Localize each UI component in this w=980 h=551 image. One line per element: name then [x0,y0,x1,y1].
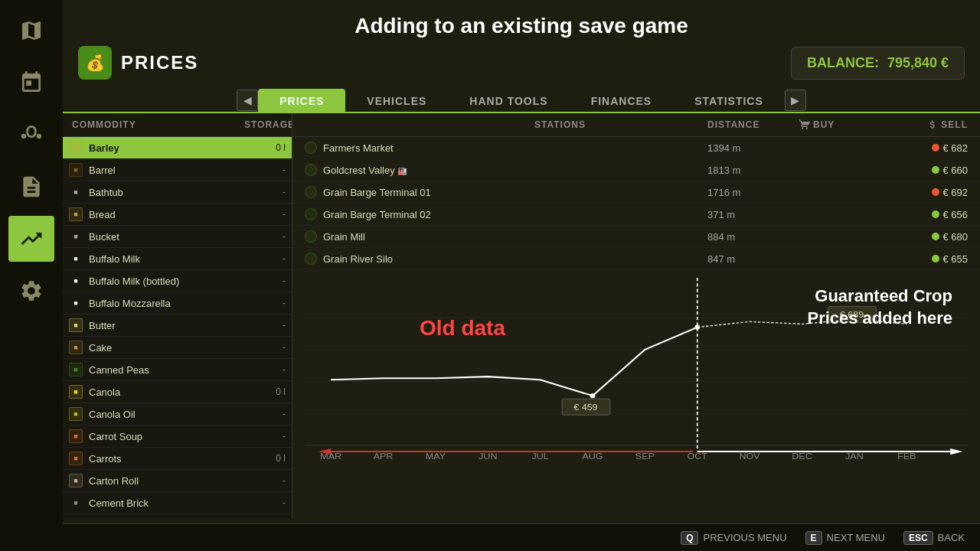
commodity-icon: ■ [69,385,83,399]
commodity-icon: ■ [69,474,83,487]
prev-menu-label: PREVIOUS MENU [703,532,786,543]
sidebar-item-prices[interactable] [8,216,54,262]
commodity-row[interactable]: ■ Barrel - [63,159,292,181]
back-key: ESC BACK [903,531,965,545]
commodity-row[interactable]: ■ Bread - [63,204,292,226]
chart-area: MAR APR MAY JUN JUL AUG SEP OCT NOV DEC … [292,270,980,519]
prev-menu-key: Q PREVIOUS MENU [681,531,786,545]
commodity-icon: ■ [69,274,83,288]
sidebar-item-calendar[interactable] [8,60,54,106]
page-title: Adding to an existing save game [63,0,980,46]
commodity-row[interactable]: ■ Carton Roll - [63,470,292,492]
station-row[interactable]: Grain River Silo 847 m € 655 [292,248,980,270]
commodity-row[interactable]: ■ Canola 0 l [63,381,292,403]
commodity-name: Cement Brick [89,497,247,509]
commodity-icon: ■ [69,452,83,465]
commodity-row[interactable]: ■ Buffalo Milk (bottled) - [63,270,292,292]
station-sell: € 692 [891,187,968,198]
sell-status-dot [932,255,939,262]
commodity-icon: ■ [69,296,83,310]
e-key-badge[interactable]: E [805,531,822,545]
commodity-icon: ■ [69,207,83,221]
svg-text:FEB: FEB [897,452,916,461]
commodity-row[interactable]: ■ Bathtub - [63,181,292,204]
q-key-badge[interactable]: Q [681,531,698,545]
svg-marker-21 [950,448,962,455]
sidebar-item-contracts[interactable] [8,164,54,210]
station-distance: 1813 m [707,165,799,176]
sidebar [0,0,63,551]
sh-sell-label: SELL [891,119,968,130]
commodity-row[interactable]: ■ Carrot Soup - [63,425,292,448]
commodity-name: Bread [89,209,247,220]
commodity-row[interactable]: ■ Canned Peas - [63,359,292,381]
station-row[interactable]: Farmers Market 1394 m € 682 [292,137,980,159]
sell-status-dot [932,233,939,240]
commodity-name: Barley [89,142,247,154]
commodity-name: Canned Peas [89,364,247,376]
svg-text:MAR: MAR [320,452,341,461]
commodity-icon: ■ [69,496,83,510]
commodity-row[interactable]: ■ Canola Oil - [63,403,292,425]
old-data-overlay: Old data [420,316,505,341]
commodity-row[interactable]: ■ Buffalo Milk - [63,248,292,270]
sell-price: € 692 [942,187,968,198]
commodity-storage: - [247,497,286,508]
commodity-row[interactable]: ■ Carrots 0 l [63,448,292,470]
station-icon [305,208,317,220]
commodity-name: Carrots [89,453,247,465]
commodity-storage: - [247,298,286,308]
commodity-row[interactable]: ■ Cement bags - [63,514,292,519]
commodity-name: Cake [89,342,247,354]
commodity-row[interactable]: ■ Bucket - [63,226,292,248]
sh-commodity [305,119,473,130]
commodity-row[interactable]: ■ Barley 0 l [63,137,292,159]
sidebar-item-map[interactable] [8,8,54,54]
esc-key-badge[interactable]: ESC [903,531,933,545]
svg-text:APR: APR [374,452,394,461]
station-row[interactable]: Grain Barge Terminal 02 371 m € 656 [292,204,980,226]
station-rows: Farmers Market 1394 m € 682 Goldcrest Va… [292,137,980,270]
sell-price: € 656 [942,209,968,220]
commodity-row[interactable]: ■ Cake - [63,337,292,359]
commodity-row[interactable]: ■ Buffalo Mozzarella - [63,292,292,315]
tab-finances[interactable]: FINANCES [570,89,674,113]
station-row[interactable]: Goldcrest Valley 🏭 1813 m € 660 [292,159,980,181]
sh-storage [473,119,534,130]
commodity-storage: 0 l [247,453,286,464]
next-menu-key: E NEXT MENU [805,531,885,545]
svg-text:JAN: JAN [845,452,864,461]
tab-next-arrow[interactable]: ▶ [785,90,806,111]
commodity-icon: ■ [69,429,83,443]
station-name: Grain Barge Terminal 01 [323,187,707,198]
commodity-icon: ■ [69,141,83,155]
commodity-icon: ■ [69,230,83,243]
commodity-storage: - [247,409,286,419]
header-row: 💰 PRICES BALANCE: 795,840 € [63,46,980,80]
tab-vehicles[interactable]: VEHICLES [345,89,448,113]
commodity-list[interactable]: COMMODITY STORAGE ■ Barley 0 l ■ Barrel … [63,113,292,519]
tab-hand-tools[interactable]: HAND TOOLS [448,89,569,113]
commodity-icon: ■ [69,318,83,332]
tab-statistics[interactable]: STATISTICS [673,89,785,113]
sell-status-dot [932,210,939,218]
commodity-storage: 0 l [247,142,286,153]
station-name: Grain River Silo [323,253,707,265]
station-distance: 884 m [707,231,799,243]
commodity-icon: ■ [69,185,83,199]
station-sell: € 660 [891,165,968,176]
station-icon [305,230,317,243]
commodity-row[interactable]: ■ Cement Brick - [63,492,292,514]
sidebar-item-animals[interactable] [8,112,54,158]
tab-prev-arrow[interactable]: ◀ [237,90,258,111]
tab-prices[interactable]: PRICES [258,89,345,113]
sidebar-item-settings[interactable] [8,268,54,314]
sell-price: € 655 [942,253,968,265]
commodity-name: Carrot Soup [89,431,247,442]
commodity-row[interactable]: ■ Butter - [63,315,292,337]
station-sell: € 655 [891,253,968,265]
commodity-storage: - [247,165,286,175]
station-row[interactable]: Grain Barge Terminal 01 1716 m € 692 [292,181,980,204]
station-row[interactable]: Grain Mill 884 m € 680 [292,226,980,248]
sell-status-dot [932,188,939,196]
